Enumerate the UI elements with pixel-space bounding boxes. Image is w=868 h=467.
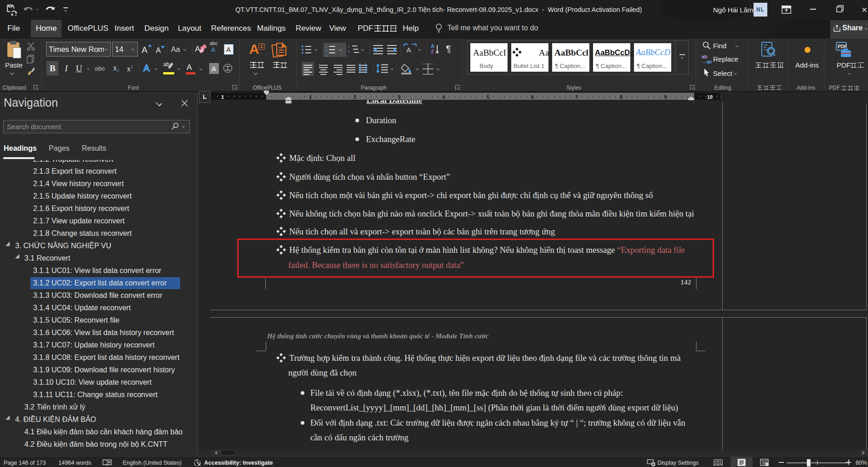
svg-text:PDF: PDF [838,44,847,49]
